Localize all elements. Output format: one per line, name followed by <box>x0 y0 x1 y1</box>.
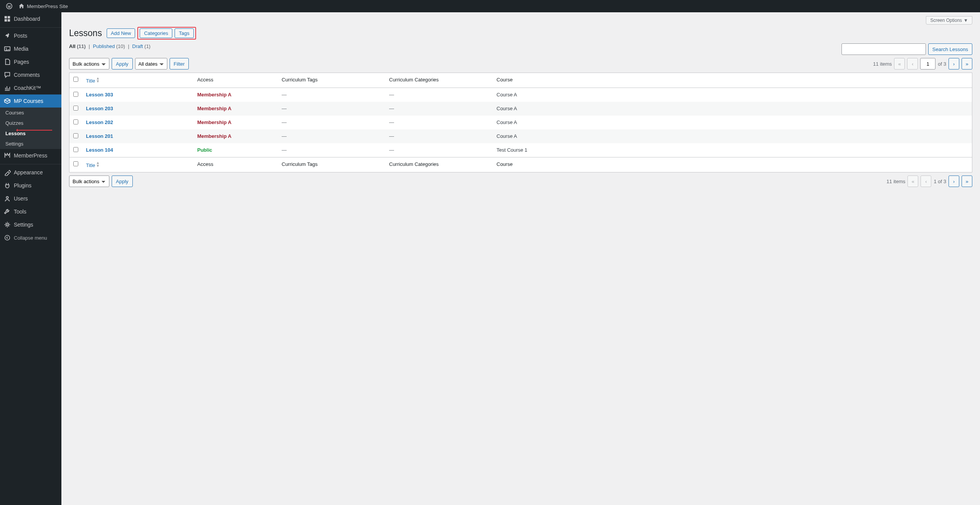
lesson-title-link[interactable]: Lesson 201 <box>86 133 113 139</box>
bulk-actions-select-bottom[interactable]: Bulk actions <box>69 176 109 187</box>
sidebar-item-posts[interactable]: Posts <box>0 29 61 42</box>
filter-draft[interactable]: Draft (1) <box>132 43 151 49</box>
apply-button[interactable]: Apply <box>112 58 133 70</box>
page-header: Lessons Add New Categories Tags <box>69 27 972 40</box>
first-page-button-bottom[interactable]: « <box>907 176 918 187</box>
last-page-button-bottom[interactable]: » <box>962 176 972 187</box>
sidebar-item-dashboard[interactable]: Dashboard <box>0 12 61 25</box>
dates-select[interactable]: All dates <box>135 58 167 70</box>
row-checkbox[interactable] <box>73 92 78 97</box>
first-page-button[interactable]: « <box>894 58 905 70</box>
lesson-title-link[interactable]: Lesson 104 <box>86 147 113 153</box>
access-value: Membership A <box>197 92 231 98</box>
prev-page-button[interactable]: ‹ <box>907 58 918 70</box>
sidebar-item-label: CoachKit™ <box>14 85 41 91</box>
sidebar-item-comments[interactable]: Comments <box>0 68 61 81</box>
current-page-input[interactable] <box>920 58 935 70</box>
table-row: Lesson 202Membership A——Course A <box>69 116 972 129</box>
svg-point-7 <box>6 197 8 199</box>
sidebar-item-appearance[interactable]: Appearance <box>0 166 61 179</box>
site-link[interactable]: MemberPress Site <box>15 0 71 12</box>
next-page-button-bottom[interactable]: › <box>949 176 959 187</box>
tags-button[interactable]: Tags <box>175 28 193 38</box>
cats-value: — <box>389 147 394 153</box>
sidebar-item-label: Pages <box>14 59 29 65</box>
sidebar-item-mp-courses[interactable]: MP Courses <box>0 94 61 108</box>
cats-value: — <box>389 133 394 139</box>
submenu-item-settings[interactable]: Settings <box>0 139 61 149</box>
lesson-title-link[interactable]: Lesson 202 <box>86 119 113 125</box>
site-name: MemberPress Site <box>27 3 68 9</box>
dashboard-icon <box>4 15 11 22</box>
page-range: 1 of 3 <box>934 179 946 184</box>
submenu-item-lessons[interactable]: Lessons <box>0 128 61 139</box>
wordpress-logo[interactable] <box>3 0 15 12</box>
row-checkbox[interactable] <box>73 119 78 124</box>
lessons-table: Title▲▼ Access Curriculum Tags Curriculu… <box>69 73 972 172</box>
table-row: Lesson 203Membership A——Course A <box>69 102 972 116</box>
course-value: Course A <box>497 92 517 98</box>
home-icon <box>18 3 25 9</box>
sidebar-item-coachkit-[interactable]: CoachKit™ <box>0 81 61 94</box>
next-page-button[interactable]: › <box>949 58 959 70</box>
tags-value: — <box>282 119 287 125</box>
search-box: Search Lessons <box>841 43 972 55</box>
access-value: Membership A <box>197 106 231 111</box>
appearance-icon <box>4 169 11 176</box>
wordpress-icon <box>6 3 12 9</box>
sidebar-item-label: Dashboard <box>14 16 40 22</box>
categories-button[interactable]: Categories <box>140 28 172 38</box>
table-row: Lesson 104Public——Test Course 1 <box>69 143 972 157</box>
course-value: Course A <box>497 106 517 111</box>
sidebar-item-tools[interactable]: Tools <box>0 205 61 205</box>
filter-button[interactable]: Filter <box>170 58 189 70</box>
filter-all[interactable]: All (11) <box>69 43 86 49</box>
sidebar-item-memberpress[interactable]: MemberPress <box>0 149 61 162</box>
submenu-item-quizzes[interactable]: Quizzes <box>0 118 61 128</box>
search-button[interactable]: Search Lessons <box>928 43 972 55</box>
tags-value: — <box>282 147 287 153</box>
select-all-checkbox[interactable] <box>73 77 78 82</box>
chart-icon <box>4 84 11 91</box>
select-all-checkbox-footer[interactable] <box>73 161 78 166</box>
admin-sidebar: DashboardPostsMediaPagesCommentsCoachKit… <box>0 12 61 205</box>
col-access: Access <box>193 73 278 88</box>
status-filters: All (11) | Published (10) | Draft (1) <box>69 43 150 49</box>
row-checkbox[interactable] <box>73 106 78 111</box>
sidebar-item-label: Users <box>14 195 28 202</box>
row-checkbox[interactable] <box>73 147 78 152</box>
col-tags: Curriculum Tags <box>278 73 385 88</box>
row-checkbox[interactable] <box>73 133 78 138</box>
sidebar-item-pages[interactable]: Pages <box>0 55 61 68</box>
svg-point-6 <box>6 48 7 49</box>
sidebar-item-label: Appearance <box>14 169 43 176</box>
sidebar-item-media[interactable]: Media <box>0 42 61 55</box>
tags-value: — <box>282 133 287 139</box>
col-title-footer[interactable]: Title▲▼ <box>82 157 193 172</box>
submenu-item-courses[interactable]: Courses <box>0 108 61 118</box>
access-value: Membership A <box>197 119 231 125</box>
bulk-actions-select[interactable]: Bulk actions <box>69 58 109 70</box>
filter-published[interactable]: Published (10) <box>93 43 125 49</box>
course-value: Course A <box>497 133 517 139</box>
annotation-arrow <box>17 130 52 131</box>
col-title[interactable]: Title▲▼ <box>82 73 193 88</box>
tablenav-top: Bulk actions Apply All dates Filter 11 i… <box>69 58 972 70</box>
last-page-button[interactable]: » <box>962 58 972 70</box>
lesson-title-link[interactable]: Lesson 203 <box>86 106 113 111</box>
col-course: Course <box>493 73 972 88</box>
prev-page-button-bottom[interactable]: ‹ <box>921 176 931 187</box>
sidebar-item-plugins[interactable]: Plugins <box>0 179 61 192</box>
col-cats: Curriculum Categories <box>385 73 493 88</box>
sidebar-item-label: Media <box>14 46 28 52</box>
add-new-button[interactable]: Add New <box>107 28 135 38</box>
apply-button-bottom[interactable]: Apply <box>112 176 133 187</box>
tablenav-bottom: Bulk actions Apply 11 items « ‹ 1 of 3 ›… <box>69 176 972 187</box>
sidebar-item-users[interactable]: Users <box>0 192 61 205</box>
svg-rect-2 <box>8 16 10 18</box>
tags-value: — <box>282 106 287 111</box>
lesson-title-link[interactable]: Lesson 303 <box>86 92 113 98</box>
search-input[interactable] <box>841 43 926 55</box>
submenu-mp-courses: CoursesQuizzesLessonsSettings <box>0 108 61 149</box>
screen-options-toggle[interactable]: Screen Options ▼ <box>926 16 972 25</box>
